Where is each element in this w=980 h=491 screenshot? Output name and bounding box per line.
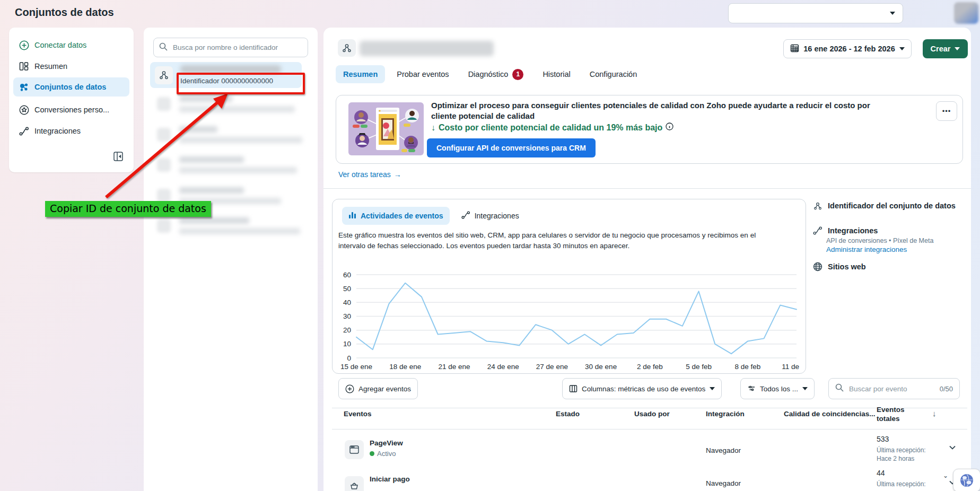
sort-descending-icon[interactable]: ↓ (932, 409, 937, 418)
event-total: 533 (877, 435, 889, 443)
search-count: 0/50 (940, 385, 953, 393)
event-total: 44 (877, 469, 885, 477)
tab-probar-eventos[interactable]: Probar eventos (389, 65, 456, 83)
translate-globe-widget[interactable] (953, 469, 980, 491)
col-header-estado[interactable]: Estado (556, 410, 580, 418)
date-range-picker[interactable]: 16 ene 2026 - 12 feb 2026 (783, 39, 912, 58)
filter-label: Todos los ... (760, 385, 798, 393)
annotation-red-box (177, 73, 305, 94)
tab-configuracion[interactable]: Configuración (582, 65, 644, 83)
add-events-label: Agregar eventos (358, 385, 411, 393)
see-other-tasks-link[interactable]: Ver otras tareas→ (338, 170, 401, 179)
globe-icon (959, 473, 974, 488)
svg-text:2 de feb: 2 de feb (637, 363, 663, 371)
search-icon (835, 383, 844, 394)
sidebar-item-label: Resumen (34, 62, 67, 71)
event-recency: Última recepción: (877, 446, 926, 454)
add-events-button[interactable]: Agregar eventos (338, 378, 418, 399)
globe-icon (813, 262, 822, 271)
event-name: Iniciar pago (370, 475, 410, 483)
search-icon (159, 42, 168, 53)
sidebar-item-label: Conectar datos (34, 41, 86, 49)
create-button[interactable]: Crear (923, 39, 968, 58)
promo-title: Optimizar el proceso para conseguir clie… (431, 100, 882, 121)
event-search-input[interactable] (848, 384, 935, 393)
tab-resumen[interactable]: Resumen (336, 65, 385, 83)
chevron-down-icon (899, 47, 905, 50)
info-dataset-id: Identificador del conjunto de datos (813, 201, 966, 211)
dataset-search[interactable] (153, 38, 308, 57)
svg-text:8 de feb: 8 de feb (734, 363, 760, 371)
row-expand-chevron-icon[interactable] (948, 443, 957, 454)
sidebar-item-resumen[interactable]: Resumen (13, 57, 129, 75)
svg-text:0: 0 (347, 354, 351, 362)
col-header-eventos[interactable]: Eventos (344, 410, 372, 418)
diagnostico-badge: 1 (512, 69, 523, 80)
svg-text:27 de ene: 27 de ene (536, 363, 568, 371)
manage-integrations-link[interactable]: Administrar integraciones (826, 245, 907, 253)
svg-text:40: 40 (343, 299, 351, 306)
divider (332, 429, 967, 429)
avatar[interactable] (954, 2, 978, 24)
widget-collapse-chevron-icon[interactable]: ⌄ (943, 472, 948, 479)
dataset-search-input[interactable] (172, 43, 302, 52)
info-icon[interactable] (666, 122, 673, 133)
dataset-icon (813, 201, 822, 211)
tab-diagnostico[interactable]: Diagnóstico1 (461, 64, 531, 85)
divider (332, 408, 967, 408)
svg-text:11 de feb: 11 de feb (782, 363, 801, 371)
info-integrations-sub: API de conversiones • Píxel de Meta (826, 237, 933, 244)
annotation-copy-id-label: Copiar ID de conjunto de datos (45, 201, 211, 217)
svg-text:60: 60 (343, 271, 351, 279)
tab-actividades-de-eventos[interactable]: Actividades de eventos (342, 207, 450, 225)
svg-text:10: 10 (343, 340, 351, 348)
svg-text:20: 20 (343, 326, 351, 334)
svg-text:24 de ene: 24 de ene (487, 363, 519, 371)
integrations-icon (813, 226, 822, 235)
col-header-integracion[interactable]: Integración (706, 410, 745, 418)
business-selector[interactable] (728, 3, 903, 23)
svg-text:21 de ene: 21 de ene (438, 363, 470, 371)
columns-label: Columnas: métricas de uso de eventos (582, 385, 705, 393)
dataset-tabs: Resumen Probar eventos Diagnóstico1 Hist… (336, 64, 644, 84)
dataset-icon (338, 39, 356, 57)
right-arrow-icon: → (394, 170, 401, 179)
sidebar-item-conectar-datos[interactable]: Conectar datos (13, 36, 129, 54)
redacted-list-item[interactable] (157, 219, 171, 233)
svg-text:30 de ene: 30 de ene (585, 363, 617, 371)
create-label: Crear (931, 45, 951, 53)
info-websites: Sitios web (813, 262, 866, 271)
activity-description: Este gráfico muestra los eventos del sit… (338, 230, 778, 251)
event-recency: Última recepción: (877, 480, 926, 488)
columns-dropdown[interactable]: Columnas: métricas de uso de eventos (562, 378, 722, 399)
col-header-calidad[interactable]: Calidad de coincidencias... (784, 410, 876, 418)
integrations-icon (461, 211, 470, 221)
redacted-text (179, 228, 300, 234)
datasets-icon (19, 82, 29, 92)
plus-circle-icon (345, 384, 354, 393)
redacted-dataset-name (180, 65, 281, 73)
chevron-down-icon (955, 47, 960, 50)
down-arrow-icon: ↓ (431, 123, 435, 133)
overview-icon (19, 61, 29, 72)
filter-dropdown[interactable]: Todos los ... (740, 378, 815, 399)
plus-circle-icon (19, 40, 29, 50)
event-search[interactable]: 0/50 (828, 378, 960, 399)
columns-icon (569, 384, 578, 393)
configure-capi-button[interactable]: Configurar API de conversiones para CRM (427, 138, 596, 157)
col-header-eventos-totales[interactable]: Eventos totales (877, 405, 924, 423)
bar-chart-icon (348, 211, 356, 221)
svg-text:50: 50 (343, 285, 351, 293)
tab-historial[interactable]: Historial (535, 65, 578, 83)
col-header-usado-por[interactable]: Usado por (634, 410, 670, 418)
event-integration: Navegador (706, 479, 741, 487)
sidebar-item-label: Integraciones (34, 127, 81, 135)
more-options-button[interactable]: ••• (936, 101, 957, 121)
tab-integraciones-chart[interactable]: Integraciones (455, 206, 526, 225)
integrations-icon (19, 126, 29, 136)
promo-illustration (348, 102, 424, 155)
info-websites-label: Sitios web (828, 262, 866, 271)
info-integrations: Integraciones (813, 226, 878, 235)
info-dataset-id-label: Identificador del conjunto de datos (828, 201, 966, 210)
basket-icon (345, 476, 364, 491)
